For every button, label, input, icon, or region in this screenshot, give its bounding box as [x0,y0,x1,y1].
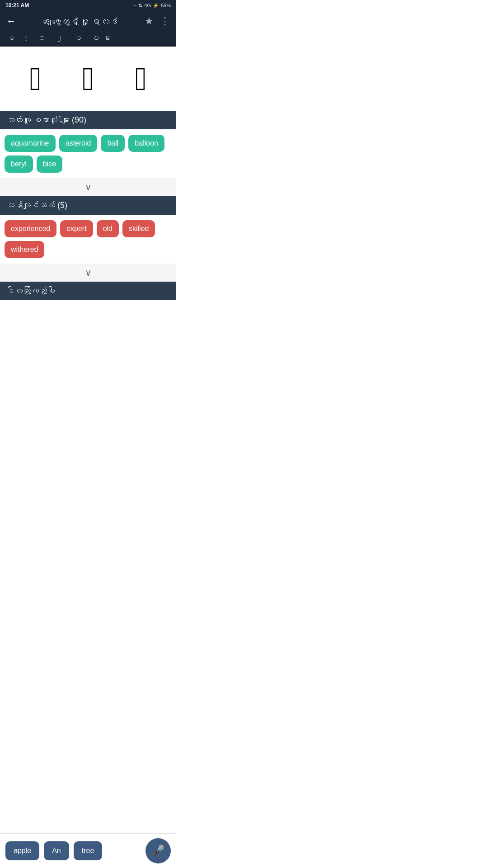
tag-bice[interactable]: bice [37,156,62,173]
section2-header: ဆန်ကျင်ဘက် (5) [0,196,176,215]
status-time: 10:21 AM [5,2,29,9]
tag-aquamarine[interactable]: aquamarine [5,135,56,152]
battery-icon: ⚡ [153,3,159,9]
4g-label: 4G [144,3,151,8]
tag-experienced[interactable]: experienced [5,220,56,237]
tag-old[interactable]: old [97,220,119,237]
header-actions: ★ ⋮ [145,15,170,27]
battery-level: 55% [161,3,171,8]
apple-icon-2:  [82,60,94,97]
section2-expand-button[interactable]: ∨ [0,264,176,282]
section1-expand-button[interactable]: ∨ [0,178,176,196]
page-title: ရှာဖွေတွေ့ရှိမှု ရလဒ် [22,16,139,27]
apple-icon-3:  [135,60,146,97]
network-icon: ⇅ [138,3,142,9]
tag-withered[interactable]: withered [5,241,44,258]
section1-title: အလာ်တူ စကားလုံ်များ (90) [6,115,86,124]
tag-expert[interactable]: expert [60,220,93,237]
sub-header-text: ၑ ↕ ၀ ၂ ပ ပမး [6,33,114,42]
tag-beryl[interactable]: beryl [5,156,33,173]
app-header: ← ရှာဖွေတွေ့ရှိမှု ရလဒ် ★ ⋮ [0,11,176,32]
section2-tags: experienced expert old skilled withered [0,215,176,264]
section3-header: ဒါလည်းကြည့်ပါ [0,282,176,300]
apple-icon-1:  [29,60,41,97]
section1-tags: aquamarine asteroid ball balloon beryl b… [0,129,176,178]
tag-asteroid[interactable]: asteroid [59,135,98,152]
sub-header-row: ၑ ↕ ၀ ၂ ပ ပမး [0,32,176,47]
tag-ball[interactable]: ball [101,135,125,152]
images-row:    [0,47,176,111]
favorite-star-icon[interactable]: ★ [145,15,154,27]
section3-title: ဒါလည်းကြည့်ပါ [6,286,55,295]
status-bar: 10:21 AM ··· ⇅ 4G ⚡ 55% [0,0,176,11]
section1-header: အလာ်တူ စကားလုံ်များ (90) [0,111,176,129]
tag-balloon[interactable]: balloon [128,135,164,152]
chevron-down-icon-2: ∨ [85,267,92,278]
chevron-down-icon-1: ∨ [85,182,92,193]
tag-skilled[interactable]: skilled [122,220,155,237]
status-icons: ··· ⇅ 4G ⚡ 55% [132,3,171,9]
more-options-icon[interactable]: ⋮ [160,15,170,27]
section2-title: ဆန်ကျင်ဘက် (5) [6,201,67,210]
back-button[interactable]: ← [6,15,16,27]
signal-icon: ··· [132,3,136,8]
